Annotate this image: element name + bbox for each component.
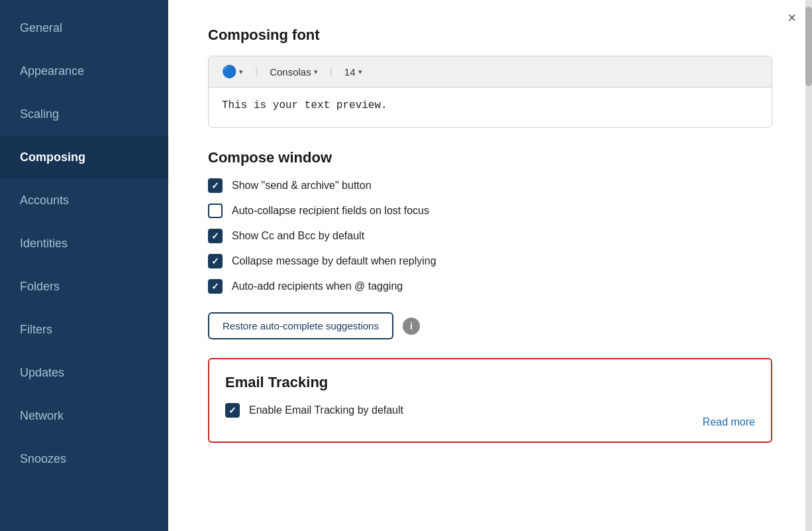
sidebar-item-accounts[interactable]: Accounts bbox=[0, 179, 168, 222]
label-auto-collapse: Auto-collapse recipient fields on lost f… bbox=[232, 205, 429, 217]
label-collapse-reply: Collapse message by default when replyin… bbox=[232, 255, 436, 267]
main-content: × Composing font 🔵 ▾ | Consolas ▾ | 14 ▾ bbox=[168, 0, 812, 531]
separator-1: | bbox=[255, 66, 258, 78]
restore-row: Restore auto-complete suggestions i bbox=[208, 312, 772, 339]
checkbox-row-show-cc-bcc: ✓ Show Cc and Bcc by default bbox=[208, 229, 772, 243]
checkbox-show-cc-bcc[interactable]: ✓ bbox=[208, 229, 223, 243]
checkbox-row-email-tracking: ✓ Enable Email Tracking by default bbox=[225, 403, 755, 418]
read-more-link[interactable]: Read more bbox=[703, 416, 755, 428]
sidebar-item-snoozes[interactable]: Snoozes bbox=[0, 438, 168, 481]
sidebar-item-identities[interactable]: Identities bbox=[0, 222, 168, 265]
font-name-label: Consolas bbox=[270, 66, 311, 78]
sidebar-item-network[interactable]: Network bbox=[0, 394, 168, 438]
restore-autocomplete-button[interactable]: Restore auto-complete suggestions bbox=[208, 312, 393, 339]
label-send-archive: Show "send & archive" button bbox=[232, 180, 372, 192]
font-preview: This is your text preview. bbox=[209, 88, 772, 127]
sidebar-item-general[interactable]: General bbox=[0, 7, 168, 50]
checkbox-row-auto-collapse: Auto-collapse recipient fields on lost f… bbox=[208, 204, 772, 218]
sidebar-item-filters[interactable]: Filters bbox=[0, 308, 168, 351]
sidebar-item-composing[interactable]: Composing bbox=[0, 136, 168, 179]
sidebar-item-folders[interactable]: Folders bbox=[0, 265, 168, 308]
sidebar-item-appearance[interactable]: Appearance bbox=[0, 50, 168, 93]
checkbox-auto-add[interactable]: ✓ bbox=[208, 279, 223, 294]
font-selector-box: 🔵 ▾ | Consolas ▾ | 14 ▾ This is your tex… bbox=[208, 56, 772, 128]
scrollbar-thumb[interactable] bbox=[805, 7, 812, 86]
check-icon-send-archive: ✓ bbox=[211, 181, 219, 190]
close-button[interactable]: × bbox=[782, 8, 801, 28]
content-area: Composing font 🔵 ▾ | Consolas ▾ | 14 ▾ T… bbox=[168, 0, 812, 469]
check-icon-collapse-reply: ✓ bbox=[211, 257, 219, 266]
label-email-tracking: Enable Email Tracking by default bbox=[249, 404, 403, 416]
checkbox-row-send-archive: ✓ Show "send & archive" button bbox=[208, 178, 772, 193]
checkbox-row-auto-add: ✓ Auto-add recipients when @ tagging bbox=[208, 279, 772, 294]
font-color-button[interactable]: 🔵 ▾ bbox=[218, 63, 247, 80]
compose-window-title: Compose window bbox=[208, 149, 772, 166]
checkbox-auto-collapse[interactable] bbox=[208, 204, 223, 218]
separator-2: | bbox=[330, 66, 332, 78]
sidebar-item-updates[interactable]: Updates bbox=[0, 351, 168, 394]
scrollbar[interactable] bbox=[805, 0, 812, 531]
label-show-cc-bcc: Show Cc and Bcc by default bbox=[232, 230, 364, 242]
check-icon-email-tracking: ✓ bbox=[228, 406, 236, 415]
font-size-button[interactable]: 14 ▾ bbox=[340, 65, 366, 79]
font-name-button[interactable]: Consolas ▾ bbox=[266, 65, 322, 79]
sidebar-item-scaling[interactable]: Scaling bbox=[0, 93, 168, 136]
font-controls: 🔵 ▾ | Consolas ▾ | 14 ▾ bbox=[209, 56, 772, 88]
checkbox-email-tracking[interactable]: ✓ bbox=[225, 403, 240, 418]
checkbox-row-collapse-reply: ✓ Collapse message by default when reply… bbox=[208, 254, 772, 268]
sidebar: General Appearance Scaling Composing Acc… bbox=[0, 0, 168, 531]
composing-font-title: Composing font bbox=[208, 27, 772, 44]
info-icon[interactable]: i bbox=[403, 318, 420, 335]
color-chevron-icon: ▾ bbox=[239, 68, 243, 76]
email-tracking-title: Email Tracking bbox=[225, 374, 755, 391]
font-size-chevron-icon: ▾ bbox=[358, 68, 362, 76]
email-tracking-section: Email Tracking ✓ Enable Email Tracking b… bbox=[208, 358, 772, 443]
compose-window-section: Compose window ✓ Show "send & archive" b… bbox=[208, 149, 772, 294]
checkbox-collapse-reply[interactable]: ✓ bbox=[208, 254, 223, 268]
checkbox-send-archive[interactable]: ✓ bbox=[208, 178, 223, 193]
check-icon-auto-add: ✓ bbox=[211, 282, 219, 291]
label-auto-add: Auto-add recipients when @ tagging bbox=[232, 280, 403, 292]
font-size-label: 14 bbox=[344, 66, 356, 78]
drop-icon: 🔵 bbox=[222, 64, 236, 79]
font-name-chevron-icon: ▾ bbox=[314, 68, 318, 76]
check-icon-show-cc-bcc: ✓ bbox=[211, 231, 219, 241]
